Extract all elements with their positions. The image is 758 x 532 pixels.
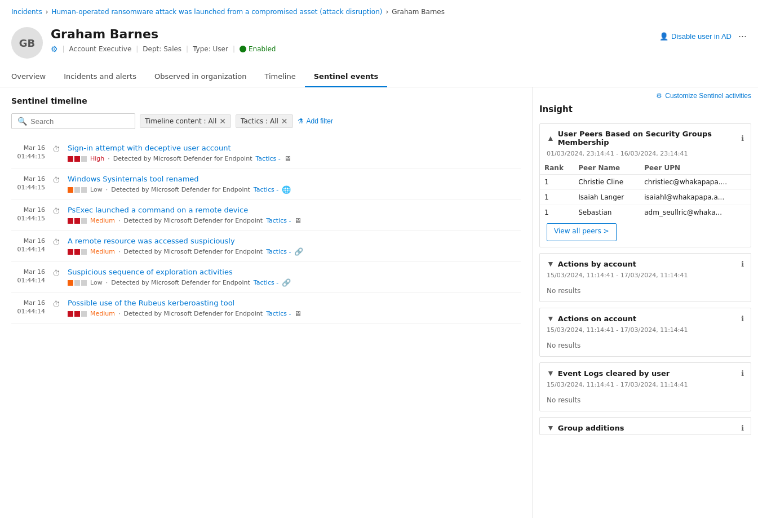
tactics-3[interactable]: Tactics - bbox=[266, 248, 291, 255]
user-dept: Dept: Sales bbox=[143, 45, 181, 53]
breadcrumb-incident-title[interactable]: Human-operated ransomware attack was lau… bbox=[51, 8, 382, 16]
peers-title: User Peers Based on Security Groups Memb… bbox=[558, 130, 741, 147]
table-row: Mar 16 01:44:14 ⏱ A remote resource was … bbox=[11, 231, 521, 262]
event-logs-no-results: No results bbox=[540, 393, 751, 411]
table-row: Mar 16 01:44:15 ⏱ PsExec launched a comm… bbox=[11, 200, 521, 231]
user-type: Type: User bbox=[193, 45, 228, 53]
timeline-icon-4: ⏱ bbox=[51, 268, 62, 287]
customize-sentinel-button[interactable]: ⚙ Customize Sentinel activities bbox=[656, 92, 751, 100]
actions-on-account-no-results: No results bbox=[540, 338, 751, 356]
peers-info-icon[interactable]: ℹ bbox=[741, 134, 744, 143]
timeline-content-close[interactable]: ✕ bbox=[219, 117, 226, 125]
detector-2: Detected by Microsoft Defender for Endpo… bbox=[123, 217, 263, 224]
insight-scroll: Insight ▲ User Peers Based on Security G… bbox=[533, 104, 758, 518]
breadcrumb-incidents[interactable]: Incidents bbox=[11, 8, 42, 16]
col-rank: Rank bbox=[540, 162, 574, 175]
peer-row-0: 1 Christie Cline christiec@whakapapa.... bbox=[540, 175, 751, 190]
col-peer-name: Peer Name bbox=[574, 162, 640, 175]
event-title-5[interactable]: Possible use of the Rubeus kerberoasting… bbox=[68, 299, 521, 307]
insight-card-actions-by-account: ▼ Actions by account ℹ 15/03/2024, 11:14… bbox=[539, 253, 751, 302]
tactics-0[interactable]: Tactics - bbox=[255, 155, 280, 162]
peer-row-1: 1 Isaiah Langer isaiahl@whakapapa.a... bbox=[540, 190, 751, 205]
event-time-2: Mar 16 01:44:15 bbox=[11, 206, 45, 225]
severity-2: Medium bbox=[90, 217, 115, 224]
view-all-peers-link[interactable]: View all peers > bbox=[547, 223, 617, 241]
tactics-1[interactable]: Tactics - bbox=[254, 186, 278, 193]
actions-by-account-date: 15/03/2024, 11:14:41 - 17/03/2024, 11:14… bbox=[540, 271, 751, 283]
tab-overview[interactable]: Overview bbox=[11, 66, 55, 87]
actions-on-account-info-icon[interactable]: ℹ bbox=[741, 314, 744, 323]
more-options-button[interactable]: ··· bbox=[738, 30, 747, 42]
event-title-4[interactable]: Suspicious sequence of exploration activ… bbox=[68, 268, 521, 276]
actions-on-account-toggle[interactable]: ▼ bbox=[547, 314, 555, 323]
table-row: Mar 16 01:44:14 ⏱ Suspicious sequence of… bbox=[11, 262, 521, 293]
timeline-list: Mar 16 01:44:15 ⏱ Sign-in attempt with d… bbox=[11, 138, 521, 324]
insight-card-event-logs: ▼ Event Logs cleared by user ℹ 15/03/202… bbox=[539, 362, 751, 411]
event-logs-title: Event Logs cleared by user bbox=[558, 369, 670, 378]
col-peer-upn: Peer UPN bbox=[640, 162, 751, 175]
customize-bar: ⚙ Customize Sentinel activities bbox=[533, 87, 758, 104]
search-input[interactable] bbox=[30, 117, 129, 126]
tabs: Overview Incidents and alerts Observed i… bbox=[0, 66, 758, 87]
event-title-3[interactable]: A remote resource was accessed suspiciou… bbox=[68, 237, 521, 245]
disable-user-button[interactable]: 👤 Disable user in AD bbox=[659, 32, 732, 41]
group-additions-toggle[interactable]: ▼ bbox=[547, 423, 555, 432]
actions-by-account-title: Actions by account bbox=[558, 260, 636, 268]
actions-by-account-no-results: No results bbox=[540, 283, 751, 302]
endpoint-icon-4: 🔗 bbox=[282, 278, 291, 287]
event-time-4: Mar 16 01:44:14 bbox=[11, 268, 45, 287]
insight-title: Insight bbox=[539, 104, 751, 118]
tactics-4[interactable]: Tactics - bbox=[254, 279, 278, 286]
severity-5: Medium bbox=[90, 310, 115, 317]
sentinel-timeline-title: Sentinel timeline bbox=[11, 96, 521, 105]
severity-3: Medium bbox=[90, 248, 115, 255]
status-badge: Enabled bbox=[240, 45, 276, 53]
table-row: Mar 16 01:44:15 ⏱ Windows Sysinternals t… bbox=[11, 169, 521, 200]
avatar: GB bbox=[11, 27, 43, 59]
add-filter-button[interactable]: ⚗ Add filter bbox=[298, 117, 333, 125]
search-box[interactable]: 🔍 bbox=[11, 113, 135, 129]
tactics-2[interactable]: Tactics - bbox=[266, 217, 291, 224]
tab-sentinel-events[interactable]: Sentinel events bbox=[305, 66, 387, 87]
table-row: Mar 16 01:44:14 ⏱ Possible use of the Ru… bbox=[11, 293, 521, 324]
timeline-section: Sentinel timeline 🔍 Timeline content : A… bbox=[0, 87, 533, 518]
user-icon: 👤 bbox=[659, 32, 668, 41]
group-additions-info-icon[interactable]: ℹ bbox=[741, 424, 744, 432]
event-time-0: Mar 16 01:44:15 bbox=[11, 144, 45, 163]
user-role: Account Executive bbox=[69, 45, 132, 53]
peer-row-2: 1 Sebastian adm_seullric@whaka... bbox=[540, 205, 751, 220]
event-logs-date: 15/03/2024, 11:14:41 - 17/03/2024, 11:14… bbox=[540, 380, 751, 393]
insight-panel: ⚙ Customize Sentinel activities Insight … bbox=[533, 87, 758, 518]
filter-bar: 🔍 Timeline content : All ✕ Tactics : All… bbox=[11, 113, 521, 129]
filter-icon: ⚗ bbox=[298, 117, 304, 125]
status-dot bbox=[240, 46, 246, 52]
peers-table: Rank Peer Name Peer UPN 1 Christie Cline… bbox=[540, 162, 751, 220]
tactics-5[interactable]: Tactics - bbox=[266, 310, 291, 317]
insight-card-peers: ▲ User Peers Based on Security Groups Me… bbox=[539, 123, 751, 247]
main-content: Sentinel timeline 🔍 Timeline content : A… bbox=[0, 87, 758, 518]
actions-by-account-info-icon[interactable]: ℹ bbox=[741, 260, 744, 268]
endpoint-icon-0: 🖥 bbox=[284, 154, 291, 163]
event-title-1[interactable]: Windows Sysinternals tool renamed bbox=[68, 175, 521, 183]
peers-collapse-button[interactable]: ▲ bbox=[547, 134, 555, 143]
timeline-icon-3: ⏱ bbox=[51, 237, 62, 256]
tab-timeline[interactable]: Timeline bbox=[255, 66, 304, 87]
endpoint-icon-5: 🖥 bbox=[294, 309, 302, 318]
event-logs-info-icon[interactable]: ℹ bbox=[741, 369, 744, 378]
timeline-icon-0: ⏱ bbox=[51, 144, 62, 163]
event-title-0[interactable]: Sign-in attempt with deceptive user acco… bbox=[68, 144, 521, 152]
search-icon: 🔍 bbox=[17, 117, 27, 126]
event-title-2[interactable]: PsExec launched a command on a remote de… bbox=[68, 206, 521, 214]
actions-by-account-toggle[interactable]: ▼ bbox=[547, 259, 555, 268]
insight-card-actions-on-account: ▼ Actions on account ℹ 15/03/2024, 11:14… bbox=[539, 308, 751, 357]
event-logs-toggle[interactable]: ▼ bbox=[547, 369, 555, 378]
tactics-close[interactable]: ✕ bbox=[281, 117, 288, 125]
severity-1: Low bbox=[90, 186, 103, 193]
endpoint-icon-3: 🔗 bbox=[294, 247, 303, 256]
tab-observed-organization[interactable]: Observed in organization bbox=[145, 66, 256, 87]
tab-incidents-alerts[interactable]: Incidents and alerts bbox=[55, 66, 145, 87]
timeline-icon-1: ⏱ bbox=[51, 175, 62, 194]
settings-icon: ⚙ bbox=[656, 92, 662, 100]
header: GB Graham Barnes ⚙ | Account Executive |… bbox=[0, 21, 758, 66]
actions-on-account-date: 15/03/2024, 11:14:41 - 17/03/2024, 11:14… bbox=[540, 325, 751, 338]
